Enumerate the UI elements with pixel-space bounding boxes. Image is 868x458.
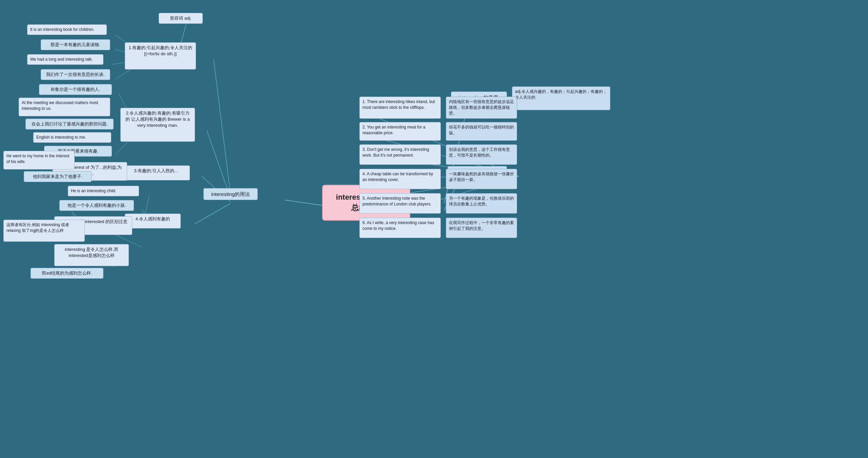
svg-line-4 — [214, 59, 231, 195]
right-ex3-en: 3. Don't get me wrong, it's interesting … — [359, 144, 441, 165]
example-2-en: We had a long and interesting talk. — [27, 54, 103, 65]
example-4-cn: 在会上我们讨论了最感兴趣的那些问题. — [25, 119, 114, 130]
right-ex6-cn: 在我写作过程中，一个非常有趣的案例引起了我的注意。 — [446, 218, 517, 238]
example-4-en: At the meeting we discussed matters most… — [19, 98, 110, 116]
meaning-node: adj.令人感兴趣的，有趣的；引起兴趣的；有趣的；令人关注的 — [512, 86, 610, 110]
right-ex1-en: 1. There are interesting hikes inland, b… — [359, 97, 441, 119]
diff1: 这两者有区分,例如 interesting 或者relaxing 加了ing的是… — [3, 220, 85, 242]
diff2: interesting 是令人怎么样,而interested是感到怎么样 — [54, 244, 129, 266]
right-ex6-en: 6. As I write, a very interesting case h… — [359, 218, 441, 238]
usage2: 2.令人感兴趣的;有趣的;有吸引力的 让人感到有兴趣的 Brewer is a … — [120, 108, 195, 142]
svg-line-7 — [195, 203, 231, 224]
right-ex2-en: 2. You get an interesting meal for a rea… — [359, 122, 441, 141]
mind-map: interesting的用法总结大全 interesting的用法 intere… — [0, 0, 868, 458]
example-2-cn: 我们作了一次很有意思的长谈. — [41, 69, 110, 80]
example-1-en: It is an interesting book for children. — [27, 24, 107, 35]
right-ex4-cn: 一块廉味盎然的桌布就能使一张廉价桌子面目一新。 — [446, 169, 517, 189]
usage4: 4.令人感到有趣的 — [125, 214, 181, 228]
example-1-cn: 那是一本有趣的儿童读物. — [41, 39, 110, 50]
example-6-en: He went to my home in the interest of hi… — [3, 151, 75, 170]
example-child-cn: 他是一个令人感到有趣的小孩. — [59, 200, 134, 211]
example-child-en: He is an interesting child. — [68, 186, 139, 196]
right-ex1-cn: 内陆地区有一些很有意思的徒步远足路线，但多数徒步者都去爬悬崖链壁。 — [446, 97, 517, 119]
usage3: 3.有趣的;引人入胜的... — [122, 165, 190, 180]
right-ex5-en: 5. Another interesting note was the pred… — [359, 193, 441, 214]
example-5-en: English is interesting to me. — [33, 132, 111, 143]
right-ex5-cn: 另一个有趣的现象是，伦敦俱乐部的球员在数量上占优势。 — [446, 193, 517, 214]
example-6-cn: 他到我家来是为了他妻子. — [24, 171, 92, 182]
usage-adj: 形容词 adj. — [159, 13, 203, 24]
right-ex4-en: 4. A cheap table can be transformed by a… — [359, 169, 441, 189]
right-ex3-cn: 别误会我的意思，这个工作很有意思，可惜不是长期性的。 — [446, 144, 517, 165]
usage1: 1.有趣的;引起兴趣的;令人关注的[(+for/to do sth.)] — [125, 42, 196, 69]
right-ex2-cn: 你花不多的钱就可以吃一顿很特别的饭。 — [446, 122, 517, 141]
usage-label: interesting的用法 — [203, 188, 258, 200]
example-3-cn: 布鲁尔是一个很有趣的人. — [39, 84, 112, 95]
diff2-cn: 而ed结尾的为感到怎么样. — [31, 268, 103, 279]
